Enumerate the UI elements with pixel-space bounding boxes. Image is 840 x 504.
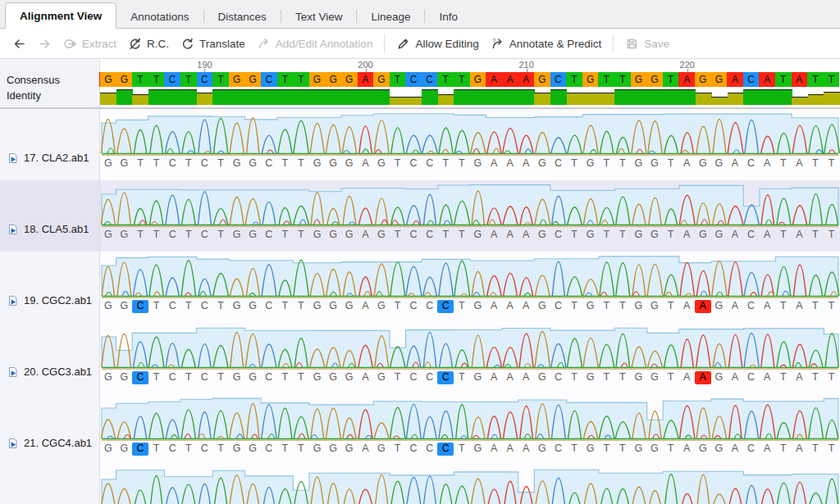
base-call: T — [454, 371, 470, 384]
tab-annotations[interactable]: Annotations — [116, 6, 203, 28]
base-call: T — [566, 371, 582, 384]
base-call: C — [550, 157, 567, 170]
chromatogram-trace[interactable] — [100, 397, 840, 442]
base-call: G — [341, 157, 358, 170]
base-call: G — [373, 371, 390, 384]
base-call: C — [743, 443, 760, 456]
consensus-base: T — [614, 72, 631, 87]
sequence-row[interactable]: 21. CGC4.ab1GGCTCTCTGGCTTGGGAGTCCCTGAAAG… — [0, 394, 840, 465]
base-call: T — [180, 229, 197, 242]
toolbar-button-arrow-right-icon[interactable] — [32, 34, 57, 54]
base-call: C — [261, 371, 277, 384]
chromatogram-trace[interactable] — [100, 111, 840, 157]
base-call: A — [518, 157, 534, 170]
base-call: C — [197, 300, 213, 313]
toolbar-button-add-edit-annotation[interactable]: Add/Edit Annotation — [251, 34, 379, 54]
sequence-row-name-cell[interactable]: 18. CLA5.ab1 — [0, 180, 100, 252]
toolbar-button-r-c[interactable]: R.C. — [122, 34, 175, 54]
sequence-row-content[interactable]: GGCTCTCTGGCTTGGGAGTCCCTGAAAGCTGTTGGTAGGA… — [100, 394, 840, 465]
tab-alignment-view[interactable]: Alignment View — [5, 2, 116, 29]
base-call: C — [422, 443, 438, 456]
chromatogram-trace[interactable] — [100, 183, 840, 228]
base-call: C — [550, 300, 567, 313]
base-call: G — [646, 229, 663, 242]
base-call: A — [518, 443, 534, 456]
base-call: T — [663, 157, 679, 170]
base-call: G — [646, 300, 663, 313]
base-call: T — [663, 443, 679, 456]
identity-label: Identity — [7, 88, 99, 103]
base-calls[interactable]: GGCTCTCTGGCTTGGGAGTCCCTGAAAGCTGTTGGTAAGA… — [100, 371, 840, 384]
sequence-name-text: 19. CGC2.ab1 — [24, 294, 92, 306]
base-calls[interactable]: GGTTCTCTGGCTTGGGAGTCCTTGAAAGCTGTTGGTAGGA… — [100, 229, 840, 242]
base-call: T — [598, 229, 614, 242]
consensus-base: C — [550, 72, 567, 87]
sequence-row-name-cell[interactable]: 17. CLA2.ab1 — [0, 109, 100, 180]
sequence-row[interactable]: 18. CLA5.ab1GGTTCTCTGGCTTGGGAGTCCTTGAAAG… — [0, 180, 840, 252]
base-call: A — [759, 300, 775, 313]
base-calls[interactable]: GGTTCTCTGGCTTGGGAGTCCTTGAAAGCTGTTGGTAGGA… — [100, 157, 840, 170]
toolbar-button-save[interactable]: Save — [619, 34, 675, 54]
sequence-row-content[interactable] — [100, 465, 840, 504]
base-calls[interactable]: GGCTCTCTGGCTTGGGAGTCCCTGAAAGCTGTTGGTAGGA… — [100, 443, 840, 456]
base-call: A — [792, 157, 808, 170]
consensus-base: G — [631, 72, 647, 87]
sequence-row-content[interactable]: GGTTCTCTGGCTTGGGAGTCCTTGAAAGCTGTTGGTAGGA… — [100, 180, 840, 252]
tab-lineage[interactable]: Lineage — [357, 6, 424, 28]
base-call: A — [678, 157, 695, 170]
base-call: A — [759, 371, 775, 384]
base-call: G — [534, 229, 550, 242]
sequence-row[interactable]: 17. CLA2.ab1GGTTCTCTGGCTTGGGAGTCCTTGAAAG… — [0, 109, 840, 180]
chromatogram-trace[interactable] — [100, 468, 840, 504]
sequence-row[interactable]: 20. CGC3.ab1GGCTCTCTGGCTTGGGAGTCCCTGAAAG… — [0, 323, 840, 394]
sequence-row[interactable]: 19. CGC2.ab1GGCTCTCTGGCTTGGGAGTCCCTGAAAG… — [0, 252, 840, 323]
identity-bar — [567, 93, 615, 105]
base-call: T — [824, 371, 840, 384]
consensus-base: T — [437, 72, 454, 87]
tab-info[interactable]: Info — [425, 6, 472, 28]
toolbar-button-annotate-predict[interactable]: ?Annotate & Predict — [485, 34, 608, 54]
chromatogram-trace[interactable] — [100, 254, 840, 299]
identity-bar — [614, 89, 696, 105]
toolbar-button-extract[interactable]: Extract — [57, 34, 122, 54]
base-call: T — [148, 229, 165, 242]
toolbar-button-allow-editing[interactable]: Allow Editing — [390, 34, 484, 54]
identity-bar — [422, 89, 438, 105]
base-call: T — [293, 300, 309, 313]
base-call: T — [277, 229, 294, 242]
toolbar-button-arrow-left-icon[interactable] — [7, 34, 32, 54]
consensus-base: T — [824, 72, 840, 87]
sequence-row-name-cell[interactable]: 20. CGC3.ab1 — [0, 323, 100, 394]
base-call: A — [727, 371, 743, 384]
identity-bar — [454, 89, 535, 105]
base-call: G — [695, 443, 711, 456]
base-call: T — [277, 300, 294, 313]
base-call: T — [293, 443, 309, 456]
base-call: G — [309, 229, 326, 242]
base-call: T — [598, 371, 614, 384]
sequence-row-content[interactable]: GGCTCTCTGGCTTGGGAGTCCCTGAAAGCTGTTGGTAAGA… — [100, 323, 840, 394]
tab-text-view[interactable]: Text View — [281, 6, 357, 28]
toolbar-button-translate[interactable]: Translate — [175, 34, 251, 54]
base-call: T — [212, 229, 229, 242]
base-call: G — [470, 157, 486, 170]
base-call: A — [518, 371, 534, 384]
consensus-base: T — [390, 72, 406, 87]
sequence-row-name-cell[interactable]: 19. CGC2.ab1 — [0, 252, 100, 323]
sequence-row-name-cell[interactable] — [0, 465, 100, 504]
toolbar-separator — [384, 34, 385, 52]
base-calls[interactable]: GGCTCTCTGGCTTGGGAGTCCCTGAAAGCTGTTGGTAAGA… — [100, 300, 840, 313]
toolbar-button-label: Annotate & Predict — [509, 38, 602, 50]
base-call: G — [373, 443, 390, 456]
sequence-row-content[interactable]: GGTTCTCTGGCTTGGGAGTCCTTGAAAGCTGTTGGTAGGA… — [100, 109, 840, 180]
base-call: T — [663, 300, 679, 313]
sequence-row-content[interactable]: GGCTCTCTGGCTTGGGAGTCCCTGAAAGCTGTTGGTAAGA… — [100, 252, 840, 323]
sequence-row-name-cell[interactable]: 21. CGC4.ab1 — [0, 394, 100, 465]
consensus-sequence[interactable]: GGTTCTCTGGCTTGGGAGTCCTTGAAAGCTGTTGGTAGGA… — [100, 72, 840, 87]
chromatogram-trace[interactable] — [100, 325, 840, 370]
base-call: T — [437, 157, 454, 170]
tab-distances[interactable]: Distances — [204, 6, 281, 28]
sequence-row-partial[interactable] — [0, 465, 840, 504]
identity-bar — [550, 89, 567, 105]
base-call: A — [678, 229, 695, 242]
